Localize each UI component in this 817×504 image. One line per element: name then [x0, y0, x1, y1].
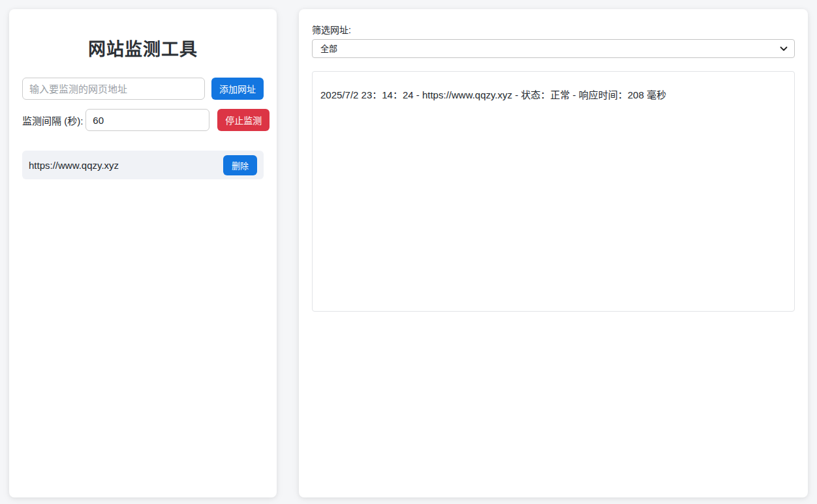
interval-row: 监测间隔 (秒): 停止监测: [22, 109, 264, 131]
delete-site-button[interactable]: 删除: [223, 155, 257, 175]
interval-label: 监测间隔 (秒):: [22, 113, 83, 127]
filter-label: 筛选网址:: [312, 25, 795, 35]
log-output: 2025/7/2 23：14：24 - https://www.qqzy.xyz…: [312, 71, 795, 312]
filter-select-wrap: 全部: [312, 39, 795, 58]
url-input[interactable]: [22, 78, 205, 100]
log-entry: 2025/7/2 23：14：24 - https://www.qqzy.xyz…: [320, 89, 786, 102]
site-list-item: https://www.qqzy.xyz 删除: [22, 151, 264, 179]
monitor-panel: 网站监测工具 添加网址 监测间隔 (秒): 停止监测 https://www.q…: [9, 9, 277, 497]
site-url: https://www.qqzy.xyz: [29, 160, 119, 171]
page: { "colors": { "page_background": "#f5f6f…: [0, 0, 817, 504]
site-list: https://www.qqzy.xyz 删除: [22, 151, 264, 179]
log-panel: 筛选网址: 全部 2025/7/2 23：14：24 - https://www…: [299, 9, 808, 497]
add-url-row: 添加网址: [22, 78, 264, 100]
filter-select[interactable]: 全部: [312, 39, 795, 58]
interval-input[interactable]: [85, 109, 209, 131]
stop-monitor-button[interactable]: 停止监测: [217, 109, 270, 131]
add-url-button[interactable]: 添加网址: [211, 78, 264, 100]
app-title: 网站监测工具: [22, 35, 264, 61]
